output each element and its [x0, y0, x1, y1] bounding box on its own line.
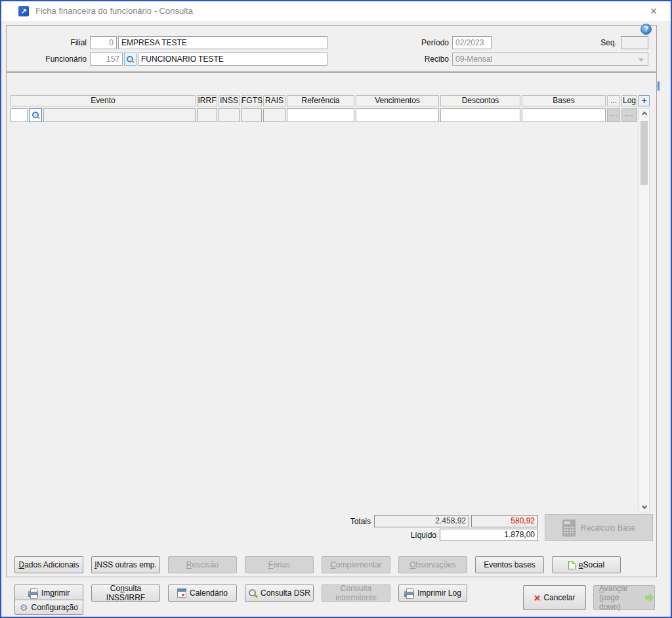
- action-button-row: Dados AdicionaisINSS outras emp.Rescisão…: [14, 556, 621, 573]
- periodo-label: Período: [385, 38, 449, 47]
- seq-field[interactable]: [621, 36, 648, 49]
- table-header: Evento IRRF INSS FGTS RAIS Referência Ve…: [10, 95, 637, 106]
- green-arrow-icon: [645, 593, 654, 602]
- rais-cell: [263, 108, 285, 122]
- title-bar: ↗ Ficha financeira do funcionário - Cons…: [1, 1, 671, 21]
- button-label: Calendário: [190, 588, 228, 598]
- avancar-button: Avançar (page down): [593, 585, 655, 610]
- header-referencia: Referência: [287, 95, 354, 106]
- eventos-bases-button[interactable]: Eventos bases: [475, 556, 544, 573]
- header-irrf: IRRF: [197, 95, 217, 106]
- avancar-label: Avançar: [599, 584, 628, 593]
- chevron-down-icon: [639, 58, 644, 62]
- filial-code-field[interactable]: 0: [90, 36, 117, 49]
- inss-outras-emp-button[interactable]: INSS outras emp.: [91, 556, 160, 573]
- row-search-button[interactable]: [29, 108, 42, 122]
- total-vencimentos: 2.458,92: [374, 515, 469, 527]
- button-label: Dados Adicionais: [18, 560, 79, 569]
- header-rais: RAIS: [263, 95, 285, 106]
- periodo-field[interactable]: 02/2023: [452, 36, 492, 49]
- cancelar-button[interactable]: × Cancelar: [523, 585, 586, 610]
- button-label: Consulta DSR: [261, 588, 310, 598]
- row-number-cell: [10, 108, 28, 122]
- ferias-button: Férias: [245, 556, 314, 573]
- scrollbar-thumb[interactable]: [640, 121, 648, 185]
- log-button[interactable]: ...: [621, 108, 637, 122]
- header-bases: Bases: [522, 95, 606, 106]
- consulta-inss-irrf-button[interactable]: Consulta INSS/IRRF: [91, 585, 160, 602]
- esocial-button[interactable]: eSocial: [552, 556, 621, 573]
- descontos-cell: [440, 108, 520, 122]
- header-vencimentos: Vencimentos: [356, 95, 439, 106]
- header-dots: ...: [607, 95, 620, 106]
- button-label: Imprimir: [41, 588, 70, 598]
- funcionario-code-field[interactable]: 157: [90, 53, 123, 66]
- dados-adicionais-button[interactable]: Dados Adicionais: [14, 556, 83, 573]
- help-icon[interactable]: ?: [640, 24, 652, 35]
- scroll-up-icon[interactable]: [642, 112, 647, 117]
- funcionario-label: Funcionário: [28, 55, 87, 64]
- imprimir-log-button[interactable]: Imprimir Log: [398, 585, 467, 602]
- document-icon: [568, 561, 576, 569]
- button-label: Observações: [410, 560, 456, 569]
- header-evento: Evento: [10, 95, 196, 106]
- button-label: Eventos bases: [484, 560, 536, 569]
- button-label: INSS outras emp.: [94, 560, 157, 569]
- search-icon: [126, 55, 135, 64]
- ficha-financeira-window: ↗ Ficha financeira do funcionário - Cons…: [0, 0, 672, 618]
- calendario-button[interactable]: Calendário: [168, 585, 237, 602]
- button-label: eSocial: [579, 560, 604, 569]
- liquido-label: Líquido: [371, 531, 436, 540]
- search-icon: [32, 111, 40, 120]
- complementar-button: Complementar: [322, 556, 390, 573]
- observacoes-button: Observações: [398, 556, 467, 573]
- total-liquido: 1.878,00: [440, 529, 538, 541]
- inss-cell: [219, 108, 240, 122]
- fgts-cell: [241, 108, 262, 122]
- vencimentos-cell: [356, 108, 439, 122]
- filial-label: Filial: [28, 38, 87, 47]
- close-icon[interactable]: ×: [646, 3, 662, 19]
- table-row: ......: [10, 108, 637, 122]
- table-scrollbar[interactable]: [639, 108, 650, 512]
- button-label: Rescisão: [186, 560, 219, 569]
- total-descontos: 580,92: [471, 515, 538, 527]
- scroll-down-icon[interactable]: [642, 504, 647, 509]
- printer-icon: [404, 591, 414, 597]
- filial-name-field[interactable]: EMPRESA TESTE: [118, 36, 327, 49]
- red-x-icon: ×: [534, 592, 541, 604]
- header-fgts: FGTS: [241, 95, 262, 106]
- seq-label: Seq.: [572, 38, 617, 47]
- button-label: Férias: [268, 560, 290, 569]
- window-title: Ficha financeira do funcionário - Consul…: [35, 6, 193, 16]
- detail-button[interactable]: ...: [607, 108, 620, 122]
- event-name-cell: [43, 108, 196, 122]
- table-groupbox: [6, 72, 657, 577]
- header-inss: INSS: [219, 95, 240, 106]
- rescisao-button: Rescisão: [168, 556, 237, 573]
- calendar-icon: [177, 588, 186, 598]
- magnifier-icon: [248, 588, 257, 598]
- header-log: Log: [621, 95, 637, 106]
- button-label: Complementar: [330, 560, 382, 569]
- referencia-cell: [287, 108, 354, 122]
- printer-icon: [28, 591, 38, 597]
- recalculo-base-button: Recálculo Base: [545, 514, 653, 541]
- configuracao-button[interactable]: ⚙ Configuração: [14, 600, 83, 615]
- gear-icon: ⚙: [20, 603, 28, 612]
- app-icon: ↗: [18, 6, 29, 16]
- button-label: Consulta INSS/IRRF: [92, 584, 159, 602]
- calculator-icon: [562, 519, 576, 537]
- consulta-intermitente-button: Consulta intermitente: [322, 585, 390, 602]
- funcionario-search-button[interactable]: [124, 53, 136, 66]
- bases-cell: [522, 108, 606, 122]
- irrf-cell: [197, 108, 217, 122]
- totais-label: Totais: [305, 517, 371, 526]
- button-label: Imprimir Log: [417, 588, 461, 598]
- recibo-dropdown[interactable]: 09-Mensal: [452, 53, 648, 66]
- funcionario-name-field[interactable]: FUNCIONARIO TESTE: [138, 53, 327, 66]
- recibo-label: Recibo: [385, 55, 449, 64]
- consulta-dsr-button[interactable]: Consulta DSR: [245, 585, 314, 602]
- header-descontos: Descontos: [440, 95, 520, 106]
- add-row-button[interactable]: +: [639, 95, 650, 106]
